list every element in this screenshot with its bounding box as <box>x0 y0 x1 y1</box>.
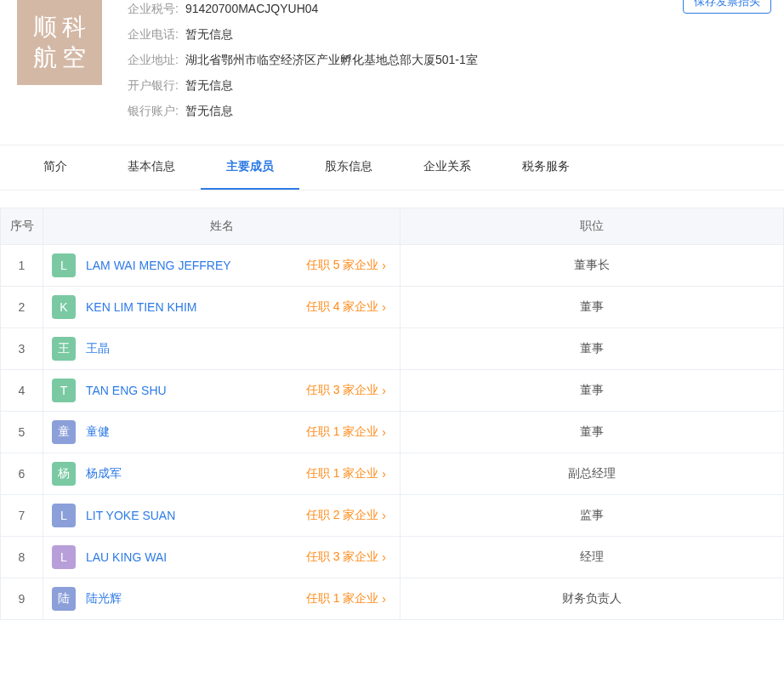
table-header-row: 序号 姓名 职位 <box>1 208 784 245</box>
col-header-index: 序号 <box>1 208 43 245</box>
member-position: 董事 <box>401 370 784 412</box>
chevron-right-icon: › <box>382 300 386 314</box>
member-jobs-link[interactable]: 任职 1 家企业 › <box>306 424 386 440</box>
member-name-link[interactable]: 童健 <box>86 424 306 440</box>
account-value: 暂无信息 <box>185 102 233 119</box>
member-position: 董事 <box>401 328 784 370</box>
job-count-text: 任职 1 家企业 <box>306 424 379 440</box>
table-row: 8 L LAU KING WAI 任职 3 家企业 › 经理 <box>1 537 784 578</box>
job-count-text: 任职 2 家企业 <box>306 508 379 523</box>
phone-label: 企业电话: <box>128 26 179 43</box>
member-avatar: L <box>52 504 76 527</box>
job-count-text: 任职 1 家企业 <box>306 591 379 606</box>
member-position: 财务负责人 <box>401 578 784 620</box>
chevron-right-icon: › <box>382 259 386 272</box>
name-cell: L LAM WAI MENG JEFFREY 任职 5 家企业 › <box>52 253 391 277</box>
member-position: 董事 <box>401 287 784 328</box>
table-row: 7 L LIT YOKE SUAN 任职 2 家企业 › 监事 <box>1 495 784 537</box>
member-jobs-link[interactable]: 任职 3 家企业 › <box>306 549 386 565</box>
job-count-text: 任职 1 家企业 <box>306 466 379 481</box>
name-cell: 童 童健 任职 1 家企业 › <box>52 420 391 444</box>
row-index: 3 <box>1 328 43 370</box>
member-avatar: L <box>52 545 76 569</box>
member-position: 经理 <box>401 537 784 578</box>
account-label: 银行账户: <box>128 102 179 119</box>
tab-basic-info[interactable]: 基本信息 <box>102 145 201 190</box>
tab-tax-service[interactable]: 税务服务 <box>497 145 595 190</box>
member-name-link[interactable]: 杨成军 <box>86 466 306 481</box>
tab-intro[interactable]: 简介 <box>9 145 102 190</box>
phone-value: 暂无信息 <box>185 26 233 43</box>
member-jobs-link[interactable]: 任职 5 家企业 › <box>306 258 386 273</box>
col-header-name: 姓名 <box>43 208 401 245</box>
row-index: 4 <box>1 370 43 412</box>
member-jobs-link[interactable]: 任职 3 家企业 › <box>306 383 386 398</box>
job-count-text: 任职 3 家企业 <box>306 383 379 398</box>
chevron-right-icon: › <box>382 384 386 397</box>
member-jobs-link[interactable]: 任职 2 家企业 › <box>306 508 386 523</box>
row-index: 8 <box>1 537 43 578</box>
member-name-link[interactable]: TAN ENG SHU <box>86 384 306 397</box>
name-cell: 杨 杨成军 任职 1 家企业 › <box>52 462 391 486</box>
member-jobs-link[interactable]: 任职 1 家企业 › <box>306 466 386 481</box>
info-row-phone: 企业电话: 暂无信息 <box>128 26 784 43</box>
company-logo: 顺科 航空 <box>17 0 102 85</box>
chevron-right-icon: › <box>382 425 386 439</box>
company-info-list: 企业税号: 91420700MACJQYUH04 企业电话: 暂无信息 企业地址… <box>128 0 784 128</box>
member-name-link[interactable]: LAM WAI MENG JEFFREY <box>86 259 306 272</box>
member-name-link[interactable]: 王晶 <box>86 341 391 356</box>
name-cell: K KEN LIM TIEN KHIM 任职 4 家企业 › <box>52 295 391 319</box>
tabs-container: 简介 基本信息 主要成员 股东信息 企业关系 税务服务 <box>0 145 784 191</box>
job-count-text: 任职 3 家企业 <box>306 549 379 565</box>
member-avatar: 杨 <box>52 462 76 486</box>
member-position: 董事 <box>401 412 784 453</box>
tax-value: 91420700MACJQYUH04 <box>185 0 318 17</box>
name-cell: L LIT YOKE SUAN 任职 2 家企业 › <box>52 504 391 527</box>
member-position: 副总经理 <box>401 453 784 495</box>
member-name-link[interactable]: LIT YOKE SUAN <box>86 509 306 522</box>
logo-line1: 顺科 <box>28 12 91 43</box>
member-jobs-link[interactable]: 任职 1 家企业 › <box>306 591 386 606</box>
col-header-position: 职位 <box>401 208 784 245</box>
job-count-text: 任职 4 家企业 <box>306 299 379 315</box>
member-name-link[interactable]: KEN LIM TIEN KHIM <box>86 300 306 314</box>
row-index: 7 <box>1 495 43 537</box>
row-index: 9 <box>1 578 43 620</box>
info-row-bank: 开户银行: 暂无信息 <box>128 77 784 94</box>
name-cell: T TAN ENG SHU 任职 3 家企业 › <box>52 379 391 402</box>
row-index: 6 <box>1 453 43 495</box>
tabs: 简介 基本信息 主要成员 股东信息 企业关系 税务服务 <box>0 145 784 190</box>
table-row: 6 杨 杨成军 任职 1 家企业 › 副总经理 <box>1 453 784 495</box>
row-index: 5 <box>1 412 43 453</box>
tab-relations[interactable]: 企业关系 <box>398 145 497 190</box>
members-table: 序号 姓名 职位 1 L LAM WAI MENG JEFFREY 任职 5 家… <box>0 208 784 620</box>
name-cell: 陆 陆光辉 任职 1 家企业 › <box>52 587 391 611</box>
chevron-right-icon: › <box>382 592 386 606</box>
chevron-right-icon: › <box>382 467 386 481</box>
bank-value: 暂无信息 <box>185 77 233 94</box>
member-avatar: K <box>52 295 76 319</box>
job-count-text: 任职 5 家企业 <box>306 258 379 273</box>
tab-key-members[interactable]: 主要成员 <box>201 145 299 190</box>
member-avatar: 童 <box>52 420 76 444</box>
member-name-link[interactable]: LAU KING WAI <box>86 550 306 564</box>
name-cell: 王 王晶 › <box>52 337 391 361</box>
chevron-right-icon: › <box>382 550 386 564</box>
table-row: 4 T TAN ENG SHU 任职 3 家企业 › 董事 <box>1 370 784 412</box>
logo-line2: 航空 <box>28 43 91 73</box>
tax-label: 企业税号: <box>128 0 179 17</box>
member-avatar: T <box>52 379 76 402</box>
bank-label: 开户银行: <box>128 77 179 94</box>
tab-shareholders[interactable]: 股东信息 <box>299 145 398 190</box>
member-position: 董事长 <box>401 245 784 287</box>
member-position: 监事 <box>401 495 784 537</box>
company-header: 顺科 航空 企业税号: 91420700MACJQYUH04 企业电话: 暂无信… <box>0 0 784 145</box>
address-label: 企业地址: <box>128 51 179 68</box>
member-jobs-link[interactable]: 任职 4 家企业 › <box>306 299 386 315</box>
table-row: 2 K KEN LIM TIEN KHIM 任职 4 家企业 › 董事 <box>1 287 784 328</box>
save-invoice-button[interactable]: 保存发票抬头 <box>683 0 771 14</box>
info-row-address: 企业地址: 湖北省鄂州市临空经济区产业孵化基地总部大厦501-1室 <box>128 51 784 68</box>
member-name-link[interactable]: 陆光辉 <box>86 591 306 606</box>
name-cell: L LAU KING WAI 任职 3 家企业 › <box>52 545 391 569</box>
row-index: 2 <box>1 287 43 328</box>
